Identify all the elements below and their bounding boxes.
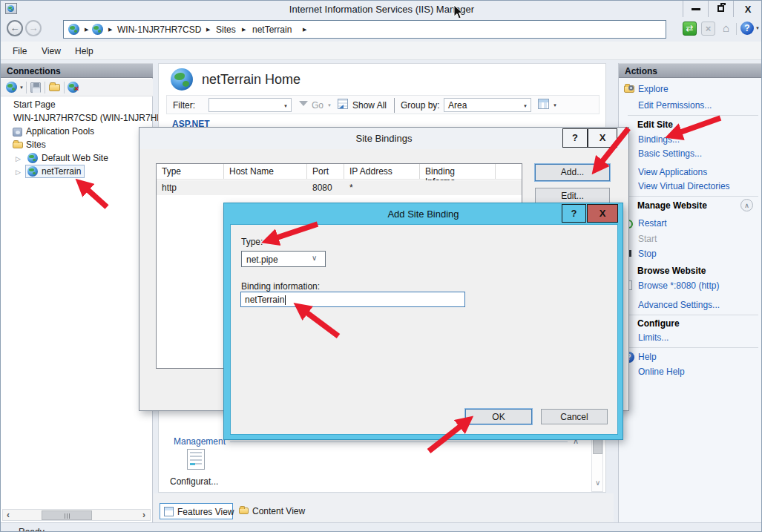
filter-input[interactable]: ▼ [208,98,292,112]
actions-panel: Actions Explore Edit Permissions... Edit… [618,63,762,522]
col-type[interactable]: Type [157,164,224,179]
scrollbar-thumb[interactable] [42,510,92,520]
tree-item-application-pools[interactable]: Application Pools [26,126,94,137]
site-bindings-title: Site Bindings [139,133,628,144]
menu-help[interactable]: Help [75,46,93,56]
back-button[interactable]: ← [7,20,23,36]
dialog-help-button[interactable]: ? [562,128,588,148]
cancel-button[interactable]: Cancel [541,409,608,424]
menu-file[interactable]: File [13,46,27,56]
menu-view[interactable]: View [42,46,61,56]
stop-nav-button[interactable]: × [701,22,715,36]
edit-site-header: Edit Site [637,119,673,130]
home-button[interactable]: ⌂ [719,22,733,36]
tree-item-server[interactable]: WIN-1NJR7HR7CSD (WIN-1NJR7HR7 [13,113,168,123]
page-title: netTerrain Home [202,72,300,88]
action-help[interactable]: Help [638,352,657,362]
action-view-applications[interactable]: View Applications [638,167,707,177]
filter-dropdown-icon[interactable]: ▼ [283,104,288,108]
manage-website-collapse-button[interactable]: ∧ [740,199,753,211]
go-button[interactable]: Go [312,100,323,111]
dialog-help-button[interactable]: ? [562,204,586,223]
up-folder-icon[interactable] [49,84,60,91]
configuration-feature-label[interactable]: Configurat... [170,476,218,487]
configuration-editor-icon[interactable] [187,449,205,470]
create-connection-icon[interactable] [6,82,17,93]
close-icon: X [600,132,606,143]
features-view-icon [164,507,174,516]
save-connections-icon[interactable] [30,82,41,93]
help-dropdown-icon[interactable]: ▼ [755,26,760,30]
action-browse[interactable]: Browse *:8080 (http) [638,280,719,291]
close-button[interactable]: X [733,1,762,17]
type-chevron-icon[interactable]: ∨ [312,254,317,262]
bindings-table-header: Type Host Name Port IP Address Binding I… [157,164,522,180]
application-pools-icon [13,128,22,137]
col-host-name[interactable]: Host Name [224,164,307,179]
type-select[interactable]: net.pipe ∨ [241,251,326,267]
action-restart[interactable]: Restart [638,218,667,229]
help-menu-button[interactable]: ? [740,22,754,35]
forward-button[interactable]: → [25,20,42,36]
group-by-dropdown-icon[interactable]: ▼ [523,104,528,108]
crumb-sep-icon: ▶ [108,27,112,33]
col-port[interactable]: Port [307,164,344,179]
breadcrumb-server[interactable]: WIN-1NJR7HR7CSD [117,24,201,35]
action-online-help[interactable]: Online Help [638,367,685,377]
refresh-icon: ⇄ [686,23,693,33]
action-limits[interactable]: Limits... [638,332,669,343]
binding-info-input[interactable]: netTerrain [240,292,465,307]
view-dropdown-icon[interactable]: ▼ [553,103,557,108]
restore-icon [717,5,724,12]
address-box[interactable]: ▶ ▶ WIN-1NJR7HR7CSD ▶ Sites ▶ netTerrain… [63,20,666,39]
tab-content-view[interactable]: Content View [235,503,306,519]
connections-h-scrollbar[interactable]: ‹ › [2,509,151,521]
view-tabs-bar: Features View Content View [154,493,614,522]
action-basic-settings[interactable]: Basic Settings... [638,148,702,159]
col-binding-info[interactable]: Binding Informa... [420,164,496,179]
connections-header: Connections [1,63,153,78]
action-advanced-settings[interactable]: Advanced Settings... [638,300,720,310]
scroll-right-icon[interactable]: › [142,510,145,520]
sites-folder-icon [13,142,23,148]
tab-features-view[interactable]: Features View [160,503,233,519]
restore-button[interactable] [708,1,733,17]
action-edit-permissions[interactable]: Edit Permissions... [638,100,712,111]
content-view-icon [239,508,249,514]
ok-button[interactable]: OK [465,409,532,424]
expand-icon[interactable]: ▷ [16,168,21,176]
dialog-close-button[interactable]: X [587,204,618,223]
expand-icon[interactable]: ▷ [16,155,21,162]
group-by-select[interactable]: Area ▼ [444,98,531,112]
refresh-button[interactable]: ⇄ [683,22,697,36]
show-all-button[interactable]: Show All [352,100,387,111]
action-explore[interactable]: Explore [638,84,669,94]
management-section[interactable]: Management [174,436,226,447]
action-bindings[interactable]: Bindings... [638,134,680,145]
collapse-icon: ∧ [744,202,749,209]
add-binding-button[interactable]: Add... [535,164,610,181]
binding-row[interactable]: http 8080 * [157,180,522,195]
col-ip-address[interactable]: IP Address [344,164,420,179]
features-view-label: Features View [177,507,234,517]
tree-item-sites[interactable]: Sites [26,139,46,150]
show-all-icon [338,99,348,109]
site-globe-icon [68,24,79,35]
view-grid-icon[interactable] [538,99,549,109]
go-dropdown-icon[interactable]: ▼ [327,103,332,108]
tree-item-default-web-site[interactable]: Default Web Site [42,153,108,163]
dialog-close-button[interactable]: X [588,128,617,148]
tree-item-start-page[interactable]: Start Page [13,99,56,110]
create-connection-dropdown-icon[interactable]: ▼ [19,85,24,90]
group-by-value: Area [448,100,467,111]
action-view-virtual-directories[interactable]: View Virtual Directories [638,181,730,191]
breadcrumb-netterrain[interactable]: netTerrain [252,24,292,35]
scroll-down-icon[interactable]: ∨ [595,479,600,487]
scroll-left-icon[interactable]: ‹ [7,510,10,520]
action-stop[interactable]: Stop [638,249,657,259]
default-web-site-icon [27,153,38,163]
window-title: Internet Information Services (IIS) Mana… [1,4,762,15]
breadcrumb-sites[interactable]: Sites [216,24,236,35]
minimize-button[interactable] [683,1,708,17]
tree-item-netterrain[interactable]: netTerrain [42,166,81,177]
